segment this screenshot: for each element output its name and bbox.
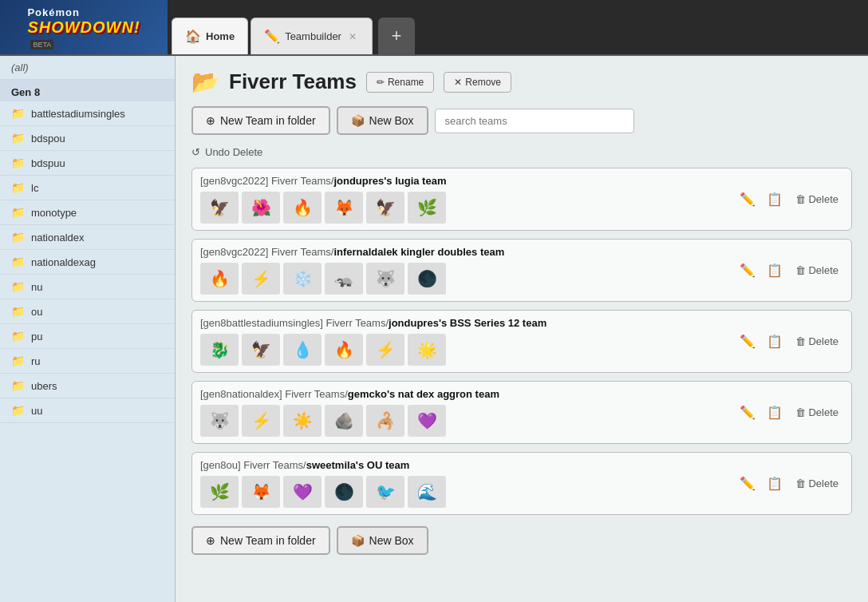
team-card: [gen8vgc2022] Fiverr Teams/infernaldalek… — [191, 239, 852, 302]
logo: Pokémon SHOWDOWN! BETA — [0, 0, 168, 54]
sprite: ⚡ — [366, 334, 404, 366]
sprite: 🌑 — [408, 263, 446, 295]
sidebar-item-all[interactable]: (all) — [0, 56, 175, 80]
undo-icon: ↺ — [191, 146, 200, 158]
sprite: 🐺 — [366, 263, 404, 295]
trash-icon: 🗑 — [795, 406, 806, 418]
folder-icon: 📁 — [11, 404, 25, 417]
undo-delete-bar[interactable]: ↺ Undo Delete — [191, 146, 852, 158]
new-team-button[interactable]: ⊕ New Team in folder — [191, 106, 330, 135]
sidebar-item-bdspuu[interactable]: 📁 bdspuu — [0, 151, 175, 176]
folder-icon: 📁 — [11, 206, 25, 219]
sprite: 🔥 — [283, 192, 322, 224]
tab-teambuilder-close[interactable]: ✕ — [346, 30, 359, 43]
team-name: [gen8vgc2022] Fiverr Teams/jondupres's l… — [200, 175, 728, 187]
copy-button[interactable]: 📋 — [763, 259, 786, 281]
edit-button[interactable]: ✏️ — [736, 473, 759, 494]
sprite: 🔥 — [325, 334, 363, 366]
sprite: 🦡 — [325, 263, 363, 295]
sidebar-item-label: ou — [31, 306, 42, 318]
new-box-button[interactable]: 📦 New Box — [337, 106, 428, 135]
rename-button[interactable]: ✏ Rename — [366, 72, 434, 93]
folder-open-icon: 📂 — [191, 69, 219, 95]
search-input[interactable] — [435, 109, 634, 133]
sprite: ⚡ — [242, 263, 280, 295]
sidebar-item-label: nationaldexag — [31, 256, 96, 268]
copy-button[interactable]: 📋 — [763, 402, 786, 423]
delete-button[interactable]: 🗑 Delete — [791, 261, 843, 279]
sprite: 🌺 — [242, 192, 280, 224]
sidebar-item-ou[interactable]: 📁 ou — [0, 299, 175, 324]
delete-button[interactable]: 🗑 Delete — [791, 403, 843, 422]
sprite: 🔥 — [200, 263, 239, 295]
new-box-icon: 📦 — [351, 114, 365, 127]
edit-button[interactable]: ✏️ — [736, 331, 759, 352]
team-sprites: 🐺 ⚡ ☀️ 🪨 🦂 💜 — [200, 405, 728, 437]
sidebar-item-label: nationaldex — [31, 232, 85, 244]
sidebar-item-nationaldex[interactable]: 📁 nationaldex — [0, 225, 175, 250]
folder-icon: 📁 — [11, 280, 25, 293]
copy-button[interactable]: 📋 — [763, 331, 786, 352]
sidebar-item-lc[interactable]: 📁 lc — [0, 176, 175, 200]
edit-button[interactable]: ✏️ — [736, 259, 759, 281]
sidebar-item-nationaldexag[interactable]: 📁 nationaldexag — [0, 250, 175, 275]
sprite: 💜 — [283, 476, 322, 508]
tab-home[interactable]: 🏠 Home — [172, 18, 248, 54]
sprite: 🦊 — [325, 192, 363, 224]
add-tab-button[interactable]: + — [378, 18, 415, 54]
action-bar: ⊕ New Team in folder 📦 New Box — [191, 106, 852, 135]
delete-button[interactable]: 🗑 Delete — [791, 474, 843, 493]
folder-icon: 📁 — [11, 156, 25, 169]
team-actions: ✏️ 📋 🗑 Delete — [736, 473, 843, 494]
team-title: gemcko's nat dex aggron team — [348, 388, 499, 400]
sidebar-item-uu[interactable]: 📁 uu — [0, 398, 175, 423]
sidebar-item-ubers[interactable]: 📁 ubers — [0, 374, 175, 398]
delete-label: Delete — [808, 335, 838, 347]
bottom-new-box-button[interactable]: 📦 New Box — [337, 526, 428, 555]
team-sprites: 🔥 ⚡ ❄️ 🦡 🐺 🌑 — [200, 263, 728, 295]
delete-button[interactable]: 🗑 Delete — [791, 190, 843, 208]
delete-label: Delete — [808, 193, 838, 205]
delete-button[interactable]: 🗑 Delete — [791, 332, 843, 351]
team-format: [gen8vgc2022] Fiverr Teams/ — [200, 175, 333, 187]
bottom-new-team-button[interactable]: ⊕ New Team in folder — [191, 526, 330, 555]
sprite: 🦅 — [200, 192, 239, 224]
sidebar-item-nu[interactable]: 📁 nu — [0, 275, 175, 299]
copy-button[interactable]: 📋 — [763, 473, 786, 494]
team-card: [gen8nationaldex] Fiverr Teams/gemcko's … — [191, 381, 852, 444]
remove-button[interactable]: ✕ Remove — [444, 72, 511, 93]
bottom-new-box-label: New Box — [369, 534, 414, 547]
folder-icon: 📁 — [11, 354, 25, 367]
sprite: 🌑 — [325, 476, 363, 508]
team-title: infernaldalek kingler doubles team — [333, 246, 504, 258]
sprite: 🌿 — [200, 476, 239, 508]
sidebar-item-bdspou[interactable]: 📁 bdspou — [0, 126, 175, 151]
team-card: [gen8vgc2022] Fiverr Teams/jondupres's l… — [191, 168, 852, 231]
folder-icon: 📁 — [11, 255, 25, 268]
new-box-label: New Box — [369, 114, 414, 127]
sprite: 💧 — [283, 334, 322, 366]
sprite: 🐉 — [200, 334, 239, 366]
team-format: [gen8ou] Fiverr Teams/ — [200, 459, 306, 471]
team-format: [gen8battlestadiumsingles] Fiverr Teams/ — [200, 317, 389, 329]
copy-button[interactable]: 📋 — [763, 188, 786, 210]
edit-button[interactable]: ✏️ — [736, 188, 759, 210]
team-actions: ✏️ 📋 🗑 Delete — [736, 331, 843, 352]
delete-label: Delete — [808, 477, 838, 489]
team-info: [gen8nationaldex] Fiverr Teams/gemcko's … — [200, 388, 728, 437]
home-icon: 🏠 — [185, 29, 201, 44]
sidebar-item-ru[interactable]: 📁 ru — [0, 349, 175, 374]
sidebar-item-battlestadiumsingles[interactable]: 📁 battlestadiumsingles — [0, 101, 175, 126]
team-info: [gen8vgc2022] Fiverr Teams/infernaldalek… — [200, 246, 728, 295]
sidebar-item-pu[interactable]: 📁 pu — [0, 324, 175, 349]
team-sprites: 🌿 🦊 💜 🌑 🐦 🌊 — [200, 476, 728, 508]
tab-teambuilder[interactable]: ✏️ Teambuilder ✕ — [251, 18, 373, 54]
edit-button[interactable]: ✏️ — [736, 402, 759, 423]
folder-icon: 📁 — [11, 132, 25, 145]
logo-showdown-text: SHOWDOWN! — [27, 18, 140, 37]
sidebar-item-monotype[interactable]: 📁 monotype — [0, 200, 175, 225]
bottom-action-bar: ⊕ New Team in folder 📦 New Box — [191, 526, 852, 555]
sidebar-item-label: battlestadiumsingles — [31, 108, 125, 120]
team-title: sweetmila's OU team — [306, 459, 410, 471]
sidebar-item-label: ru — [31, 355, 41, 367]
